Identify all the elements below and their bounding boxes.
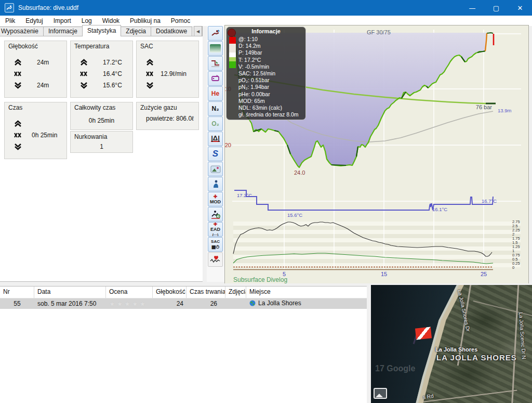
tab-wyposazenie[interactable]: Wyposażenie bbox=[0, 27, 44, 36]
menu-bar: Plik Edytuj Import Log Widok Publikuj na… bbox=[0, 16, 532, 26]
total-time-value: 0h 25min bbox=[71, 117, 132, 124]
col-zdjecia[interactable]: Zdjęcia bbox=[225, 287, 246, 298]
ead-button[interactable]: ✚EAD(···) bbox=[208, 222, 223, 237]
delta-label: |Δ| bbox=[211, 136, 220, 142]
step-line-icon bbox=[210, 59, 221, 68]
photo-icon bbox=[210, 165, 221, 174]
profile-ceiling-button[interactable] bbox=[208, 56, 223, 71]
col-nr[interactable]: Nr bbox=[0, 287, 34, 298]
mean-icon bbox=[14, 71, 25, 76]
tab-statystyka[interactable]: Statystyka bbox=[82, 25, 121, 36]
map-label-place-small: La Jolla Shores bbox=[435, 346, 477, 353]
col-miejsce[interactable]: Miejsce bbox=[246, 287, 367, 298]
temp-label-2: 15.6°C bbox=[287, 212, 302, 218]
diver-icon bbox=[210, 29, 221, 38]
group-title: Temperatura bbox=[74, 43, 109, 50]
map-photo-layer-icon[interactable] bbox=[374, 388, 387, 399]
rating-stars: ★★★★★ bbox=[106, 300, 153, 308]
infobox-title: Informacje bbox=[227, 27, 305, 34]
increments-button[interactable]: |Δ| bbox=[208, 132, 223, 146]
minimize-button[interactable]: — bbox=[460, 0, 484, 16]
close-button[interactable]: ✕ bbox=[508, 0, 532, 16]
n2-label: N₂ bbox=[212, 106, 219, 111]
gf-label: GF 30/75 bbox=[367, 29, 391, 35]
temp-label-4: 16.7°C bbox=[482, 198, 497, 204]
max-icon bbox=[80, 59, 91, 66]
menu-edytuj[interactable]: Edytuj bbox=[20, 17, 48, 24]
temp-max: 17.2°C bbox=[103, 59, 122, 66]
o2-label: O₂ bbox=[211, 121, 219, 126]
window-title: Subsurface: dive.uddf bbox=[18, 4, 78, 11]
group-title: Nurkowania bbox=[74, 133, 107, 140]
temp-mean: 16.4°C bbox=[103, 70, 122, 77]
ruler-button[interactable]: S bbox=[208, 147, 223, 161]
dive-profile-chart[interactable]: GF 30/75 10 20 24.0 152 bar 76 bar 13.9m… bbox=[224, 25, 529, 284]
dive-row-selected[interactable]: 55 sob. 5 mar 2016 7:50 ★★★★★ 24 26 La J… bbox=[0, 298, 367, 309]
dive-list: Nr Data Ocena Głębokość Czas trwania Zdj… bbox=[0, 286, 367, 403]
group-title: Zużycie gazu bbox=[140, 104, 177, 111]
temp-label-1: 17.2°C bbox=[237, 192, 252, 198]
tab-scroll-left-icon[interactable]: ◀ bbox=[194, 26, 202, 36]
tab-informacje[interactable]: Informacje bbox=[43, 27, 83, 36]
ruler-s-label: S bbox=[212, 151, 218, 157]
tab-zdjecia[interactable]: Zdjęcia bbox=[121, 27, 151, 36]
dive-list-header: Nr Data Ocena Głębokość Czas trwania Zdj… bbox=[0, 287, 367, 298]
max-icon bbox=[146, 59, 157, 66]
menu-widok[interactable]: Widok bbox=[97, 17, 125, 24]
time-tick-25: 25 bbox=[481, 271, 487, 277]
svg-text:0: 0 bbox=[512, 265, 514, 270]
cell-glebokosc: 24 bbox=[153, 300, 187, 307]
col-data[interactable]: Data bbox=[34, 287, 106, 298]
cell-nr: 55 bbox=[0, 300, 34, 307]
tab-bar: Wyposażenie Informacje Statystyka Zdjęci… bbox=[0, 26, 207, 36]
toggle-pn2-button[interactable]: N₂ bbox=[208, 101, 223, 116]
min-icon bbox=[14, 82, 25, 89]
stat-group-temperature: Temperatura 17.2°C 16.4°C 15.6°C bbox=[70, 41, 133, 98]
max-icon bbox=[14, 59, 25, 66]
heart-rate-button[interactable] bbox=[208, 252, 223, 267]
col-czas-trwania[interactable]: Czas trwania bbox=[187, 287, 225, 298]
temp-min: 15.6°C bbox=[103, 82, 122, 89]
menu-import[interactable]: Import bbox=[48, 17, 76, 24]
menu-publikuj-na[interactable]: Publikuj na bbox=[125, 17, 166, 24]
tab-dodatkowe[interactable]: Dodatkowe bbox=[151, 27, 192, 36]
calculated-ceiling-button[interactable] bbox=[208, 71, 223, 86]
min-icon bbox=[14, 143, 25, 150]
menu-plik[interactable]: Plik bbox=[0, 17, 20, 24]
menu-log[interactable]: Log bbox=[76, 17, 97, 24]
photos-button[interactable] bbox=[208, 162, 223, 176]
globe-icon bbox=[249, 300, 256, 308]
dive-site-map[interactable]: La Jolla Shores Dr La Jolla Shores LA JO… bbox=[369, 285, 532, 403]
mean-icon bbox=[80, 71, 91, 76]
max-depth-label: 24.0 bbox=[294, 170, 305, 176]
maximize-button[interactable]: ▢ bbox=[484, 0, 508, 16]
avg-depth-label: 13.9m bbox=[498, 108, 511, 113]
dc-ceiling-diver-button[interactable] bbox=[208, 26, 223, 41]
mod-button[interactable]: ✚MOD bbox=[208, 192, 223, 206]
app-icon bbox=[5, 3, 14, 12]
menu-pomoc[interactable]: Pomoc bbox=[166, 17, 195, 24]
pressure-end-label: 76 bar bbox=[476, 104, 493, 110]
col-glebokosc[interactable]: Głębokość bbox=[153, 287, 187, 298]
min-icon bbox=[146, 82, 157, 89]
toggle-phe-button[interactable]: He bbox=[208, 86, 223, 101]
mean-icon bbox=[146, 71, 157, 76]
stat-group-sac: SAC 12.9ℓ/min bbox=[136, 41, 199, 98]
sac-button[interactable]: SAC▦⏱ bbox=[208, 237, 223, 252]
ead-label: ✚EAD(···) bbox=[210, 222, 220, 237]
dive-flag-marker[interactable] bbox=[415, 327, 432, 340]
ndl-button[interactable] bbox=[208, 207, 223, 222]
max-icon bbox=[14, 120, 25, 127]
cell-data: sob. 5 mar 2016 7:50 bbox=[34, 300, 106, 307]
depth-tick-20: 20 bbox=[225, 142, 231, 148]
group-title: Głębokość bbox=[8, 43, 38, 50]
infobox-lines: @: 1:10D: 14.2m P: 149barT: 17.2°C V: -0… bbox=[238, 36, 299, 118]
shade-water-button[interactable] bbox=[208, 41, 223, 56]
calc-ceiling-icon bbox=[210, 74, 221, 83]
col-ocena[interactable]: Ocena bbox=[106, 287, 153, 298]
toggle-po2-button[interactable]: O₂ bbox=[208, 116, 223, 131]
tank-bar-button[interactable] bbox=[208, 177, 223, 191]
runner-clock-icon bbox=[210, 210, 221, 219]
stat-group-time: Czas 0h 25min bbox=[4, 102, 67, 159]
velocity-colorbar-icon bbox=[229, 37, 236, 68]
